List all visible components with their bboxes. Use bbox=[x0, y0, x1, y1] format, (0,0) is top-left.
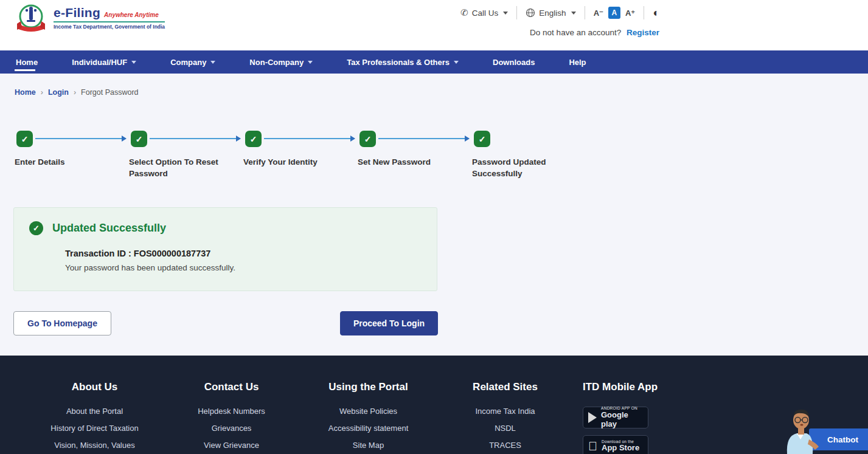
breadcrumb: Home › Login › Forgot Password bbox=[15, 88, 868, 97]
success-title: Updated Successfully bbox=[52, 222, 166, 235]
breadcrumb-home[interactable]: Home bbox=[15, 88, 36, 97]
step-connector-arrow bbox=[378, 138, 469, 139]
call-us-label: Call Us bbox=[472, 9, 499, 18]
footer-link-traces[interactable]: TRACES bbox=[434, 441, 577, 450]
app-store-badge[interactable]:  Download on the App Store bbox=[583, 435, 648, 454]
success-panel: ✓ Updated Successfully Transaction ID : … bbox=[13, 207, 437, 291]
site-header: e-Filing Anywhere Anytime Income Tax Dep… bbox=[0, 0, 868, 50]
nav-tax-professionals[interactable]: Tax Professionals & Others bbox=[345, 50, 460, 74]
step-check-icon: ✓ bbox=[245, 131, 262, 147]
income-tax-emblem-icon bbox=[15, 3, 47, 33]
chevron-down-icon bbox=[210, 61, 215, 64]
footer-link-accessibility-statement[interactable]: Accessibility statement bbox=[303, 424, 434, 433]
language-dropdown[interactable]: English bbox=[526, 8, 575, 18]
footer-link-income-tax-india[interactable]: Income Tax India bbox=[434, 407, 577, 416]
nav-company[interactable]: Company bbox=[169, 50, 217, 74]
divider bbox=[516, 6, 517, 19]
proceed-to-login-button[interactable]: Proceed To Login bbox=[340, 311, 438, 335]
step-label: Password Updated Successfully bbox=[472, 157, 562, 180]
font-normal-button[interactable]: A bbox=[608, 7, 620, 19]
success-message: Your password has been updated successfu… bbox=[65, 263, 425, 272]
step-label: Select Option To Reset Password bbox=[129, 157, 219, 180]
go-to-homepage-button[interactable]: Go To Homepage bbox=[13, 311, 111, 335]
main-navbar: Home Individual/HUF Company Non-Company … bbox=[0, 50, 868, 74]
nav-downloads[interactable]: Downloads bbox=[491, 50, 536, 74]
breadcrumb-separator: › bbox=[41, 88, 43, 97]
logo-tagline: Anywhere Anytime bbox=[104, 12, 159, 18]
footer-heading-related-sites: Related Sites bbox=[434, 381, 577, 393]
language-label: English bbox=[539, 9, 566, 18]
chevron-down-icon bbox=[454, 61, 459, 64]
step-connector-arrow bbox=[150, 138, 240, 139]
chevron-down-icon bbox=[131, 61, 136, 64]
footer-link-about-the-portal[interactable]: About the Portal bbox=[29, 407, 160, 416]
app-store-badge-main: App Store bbox=[602, 444, 639, 453]
footer-link-helpdesk-numbers[interactable]: Helpdesk Numbers bbox=[160, 407, 303, 416]
logo-title: e-Filing bbox=[54, 5, 100, 20]
google-play-badge[interactable]: ANDROID APP ON Google play bbox=[583, 407, 648, 428]
footer-heading-itd-mobile-app: ITD Mobile App bbox=[583, 381, 704, 393]
breadcrumb-separator: › bbox=[74, 88, 76, 97]
footer-link-history-direct-taxation[interactable]: History of Direct Taxation bbox=[29, 424, 160, 433]
step-check-icon: ✓ bbox=[16, 131, 33, 147]
footer-link-nsdl[interactable]: NSDL bbox=[434, 424, 577, 433]
transaction-id: Transaction ID : FOS000000187737 bbox=[65, 249, 425, 258]
step-check-icon: ✓ bbox=[474, 131, 490, 147]
divider bbox=[585, 6, 585, 19]
progress-stepper: ✓ ✓ ✓ ✓ ✓ Enter Details Select Option To… bbox=[0, 131, 868, 204]
divider bbox=[644, 6, 644, 19]
account-prompt: Do not have an account? bbox=[530, 28, 621, 37]
step-label: Enter Details bbox=[15, 157, 105, 168]
success-check-icon: ✓ bbox=[29, 221, 43, 235]
apple-icon:  bbox=[588, 440, 597, 452]
call-us-dropdown[interactable]: ✆ Call Us bbox=[460, 7, 508, 18]
font-increase-button[interactable]: A⁺ bbox=[625, 9, 635, 18]
nav-non-company[interactable]: Non-Company bbox=[248, 50, 314, 74]
phone-icon: ✆ bbox=[460, 7, 468, 18]
step-label: Set New Password bbox=[358, 157, 448, 168]
step-check-icon: ✓ bbox=[359, 131, 376, 147]
logo-subtitle: Income Tax Department, Government of Ind… bbox=[54, 24, 165, 30]
chevron-down-icon bbox=[308, 61, 313, 64]
footer-link-website-policies[interactable]: Website Policies bbox=[303, 407, 434, 416]
google-play-icon bbox=[588, 412, 597, 423]
nav-home[interactable]: Home bbox=[15, 50, 39, 74]
footer-heading-contact-us: Contact Us bbox=[160, 381, 303, 393]
chevron-down-icon bbox=[571, 12, 576, 15]
contrast-toggle-icon[interactable]: ◐ bbox=[653, 7, 659, 19]
breadcrumb-login[interactable]: Login bbox=[48, 88, 69, 97]
register-link[interactable]: Register bbox=[627, 28, 659, 37]
nav-individual-huf[interactable]: Individual/HUF bbox=[71, 50, 137, 74]
nav-help[interactable]: Help bbox=[568, 50, 587, 74]
step-connector-arrow bbox=[35, 138, 126, 139]
footer-heading-using-the-portal: Using the Portal bbox=[303, 381, 434, 393]
breadcrumb-current: Forgot Password bbox=[81, 88, 138, 97]
chevron-down-icon bbox=[503, 12, 508, 15]
globe-icon bbox=[526, 8, 535, 18]
footer-link-vision-mission-values[interactable]: Vision, Mission, Values bbox=[29, 441, 160, 450]
efiling-logo[interactable]: e-Filing Anywhere Anytime Income Tax Dep… bbox=[15, 0, 165, 50]
google-play-badge-main: Google play bbox=[601, 411, 643, 429]
font-decrease-button[interactable]: A⁻ bbox=[594, 9, 603, 18]
chatbot-mascot-avatar[interactable] bbox=[779, 404, 822, 454]
step-label: Verify Your Identity bbox=[243, 157, 333, 168]
site-footer: About Us About the Portal History of Dir… bbox=[0, 356, 868, 454]
chatbot-label: Chatbot bbox=[827, 435, 858, 444]
step-connector-arrow bbox=[264, 138, 355, 139]
footer-link-view-grievance[interactable]: View Grievance bbox=[160, 441, 303, 450]
footer-link-grievances[interactable]: Grievances bbox=[160, 424, 303, 433]
step-check-icon: ✓ bbox=[131, 131, 147, 147]
footer-link-site-map[interactable]: Site Map bbox=[303, 441, 434, 450]
footer-heading-about-us: About Us bbox=[29, 381, 160, 393]
